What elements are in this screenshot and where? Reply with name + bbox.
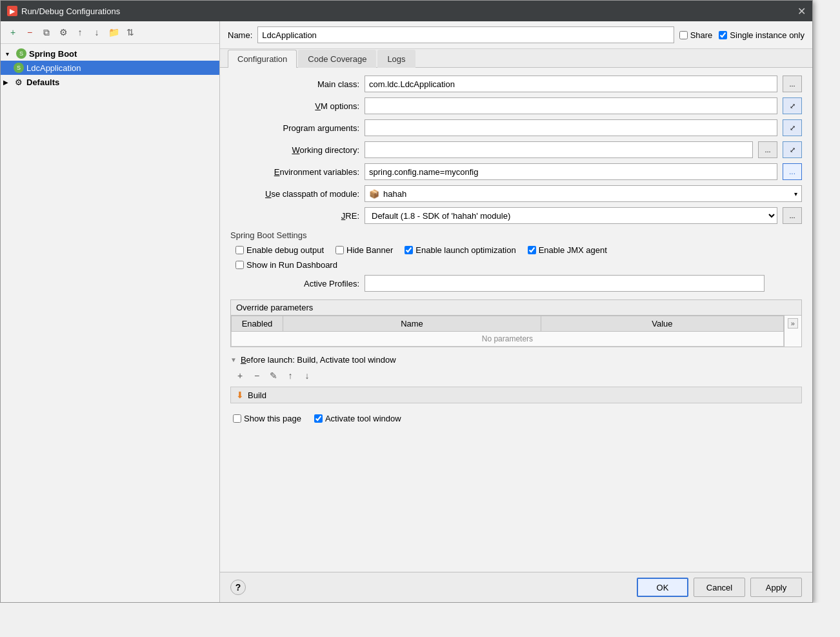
col-name: Name — [283, 316, 541, 332]
activate-window-checkbox-item[interactable]: Activate tool window — [314, 414, 401, 423]
enable-debug-checkbox-item[interactable]: Enable debug output — [235, 245, 324, 255]
jre-label: JRE: — [230, 211, 359, 221]
name-row: Name: Share Single instance only — [220, 21, 812, 49]
jre-browse-button[interactable]: ... — [783, 207, 802, 224]
show-page-checkbox[interactable] — [233, 414, 241, 423]
program-arguments-label: Program arguments: — [230, 123, 359, 133]
defaults-icon: ⚙ — [14, 77, 24, 87]
defaults-label: Defaults — [26, 77, 59, 87]
share-checkbox[interactable] — [679, 31, 688, 39]
move-down-button[interactable]: ↓ — [90, 25, 104, 39]
build-item[interactable]: ⬇ Build — [230, 387, 802, 403]
tab-configuration[interactable]: Configuration — [228, 50, 297, 68]
jre-row: JRE: Default (1.8 - SDK of 'hahah' modul… — [230, 207, 802, 224]
tab-bar: Configuration Code Coverage Logs — [220, 49, 812, 68]
jre-select[interactable]: Default (1.8 - SDK of 'hahah' module) — [365, 207, 777, 224]
ldc-application-label: LdcApplication — [26, 63, 81, 73]
module-dropdown[interactable]: 📦 hahah ▾ — [365, 185, 802, 202]
edit-config-button[interactable]: ⚙ — [56, 25, 70, 39]
override-actions-button[interactable]: » — [788, 318, 798, 329]
show-page-checkbox-item[interactable]: Show this page — [233, 414, 301, 423]
working-directory-input[interactable] — [365, 141, 753, 158]
enable-debug-label: Enable debug output — [246, 245, 324, 255]
add-config-button[interactable]: + — [6, 25, 20, 39]
tree-defaults[interactable]: ▶ ⚙ Defaults — [1, 75, 219, 89]
close-button[interactable]: ✕ — [797, 5, 806, 17]
env-variables-row: Environment variables: ... — [230, 163, 802, 180]
name-input[interactable] — [257, 26, 674, 43]
spring-boot-checkboxes-row2: Show in Run Dashboard — [230, 260, 802, 270]
active-profiles-row: Active Profiles: — [230, 275, 802, 292]
copy-config-button[interactable]: ⧉ — [39, 25, 54, 39]
module-icon: 📦 — [369, 189, 379, 199]
main-class-label: Main class: — [230, 79, 359, 89]
show-dashboard-checkbox[interactable] — [235, 261, 244, 269]
main-class-browse-button[interactable]: ... — [783, 76, 802, 92]
dialog-body: + − ⧉ ⚙ ↑ ↓ 📁 ⇅ ▾ S Spring Boot S — [1, 21, 812, 602]
activate-window-checkbox[interactable] — [314, 414, 323, 423]
dialog-title: Run/Debug Configurations — [21, 6, 120, 16]
show-dashboard-checkbox-item[interactable]: Show in Run Dashboard — [235, 260, 337, 270]
build-label: Build — [248, 390, 266, 400]
enable-launch-checkbox[interactable] — [405, 246, 413, 254]
env-variables-input[interactable] — [365, 163, 777, 180]
move-up-button[interactable]: ↑ — [73, 25, 87, 39]
classpath-module-row: Use classpath of module: 📦 hahah ▾ — [230, 185, 802, 202]
main-class-input[interactable] — [365, 76, 777, 92]
build-icon: ⬇ — [236, 390, 244, 400]
working-directory-expand-button[interactable]: ⤢ — [783, 141, 802, 158]
activate-window-label: Activate tool window — [325, 414, 401, 423]
enable-jmx-label: Enable JMX agent — [539, 245, 607, 255]
active-profiles-input[interactable] — [365, 275, 765, 292]
vm-options-input[interactable] — [365, 97, 777, 114]
enable-jmx-checkbox[interactable] — [528, 246, 536, 254]
before-launch-remove-button[interactable]: − — [250, 369, 264, 383]
bottom-checkboxes: Show this page Activate tool window — [230, 409, 802, 429]
single-instance-checkbox[interactable] — [719, 31, 727, 39]
enable-jmx-checkbox-item[interactable]: Enable JMX agent — [528, 245, 607, 255]
help-button[interactable]: ? — [230, 580, 246, 595]
before-launch-header: ▼ Before launch: Build, Activate tool wi… — [230, 355, 802, 365]
tree-ldc-application[interactable]: S LdcApplication — [1, 61, 219, 75]
remove-config-button[interactable]: − — [23, 25, 37, 39]
enable-launch-checkbox-item[interactable]: Enable launch optimization — [405, 245, 515, 255]
dialog-footer: ? OK Cancel Apply — [220, 572, 812, 602]
sort-button[interactable]: ⇅ — [123, 25, 137, 39]
tab-logs[interactable]: Logs — [377, 50, 415, 68]
apply-button[interactable]: Apply — [750, 578, 802, 597]
before-launch-toolbar: + − ✎ ↑ ↓ — [230, 369, 802, 383]
configuration-form: Main class: ... VM options: ⤢ Program ar… — [220, 68, 812, 572]
override-parameters-section: Override parameters Enabled Name Value — [230, 299, 802, 347]
folder-button[interactable]: 📁 — [106, 25, 121, 39]
ok-button[interactable]: OK — [637, 578, 688, 597]
show-page-label: Show this page — [244, 414, 301, 423]
tree-spring-boot-group[interactable]: ▾ S Spring Boot — [1, 46, 219, 61]
before-launch-collapse-icon[interactable]: ▼ — [230, 356, 237, 363]
before-launch-up-button[interactable]: ↑ — [283, 369, 297, 383]
config-tree: ▾ S Spring Boot S LdcApplication ▶ ⚙ Def… — [1, 44, 219, 602]
before-launch-add-button[interactable]: + — [233, 369, 247, 383]
hide-banner-label: Hide Banner — [346, 245, 393, 255]
single-instance-wrap: Single instance only — [719, 30, 805, 40]
before-launch-title: Before launch: Build, Activate tool wind… — [241, 355, 396, 365]
spring-boot-settings-title: Spring Boot Settings — [230, 230, 802, 240]
spring-boot-label: Spring Boot — [29, 49, 77, 59]
cancel-button[interactable]: Cancel — [694, 578, 745, 597]
program-arguments-input[interactable] — [365, 119, 777, 136]
hide-banner-checkbox[interactable] — [335, 246, 344, 254]
env-variables-browse-button[interactable]: ... — [783, 163, 802, 180]
spring-boot-settings-section: Spring Boot Settings Enable debug output… — [230, 230, 802, 270]
tree-toolbar: + − ⧉ ⚙ ↑ ↓ 📁 ⇅ — [1, 21, 219, 44]
vm-options-expand-button[interactable]: ⤢ — [783, 97, 802, 114]
tab-code-coverage[interactable]: Code Coverage — [298, 50, 376, 68]
working-directory-browse-button[interactable]: ... — [758, 141, 777, 158]
title-bar-left: ▶ Run/Debug Configurations — [7, 6, 120, 16]
before-launch-down-button[interactable]: ↓ — [300, 369, 314, 383]
before-launch-edit-button[interactable]: ✎ — [266, 369, 281, 383]
hide-banner-checkbox-item[interactable]: Hide Banner — [335, 245, 393, 255]
dialog-icon: ▶ — [7, 6, 17, 16]
enable-launch-label: Enable launch optimization — [415, 245, 515, 255]
program-arguments-expand-button[interactable]: ⤢ — [783, 119, 802, 136]
program-arguments-row: Program arguments: ⤢ — [230, 119, 802, 136]
enable-debug-checkbox[interactable] — [235, 246, 244, 254]
